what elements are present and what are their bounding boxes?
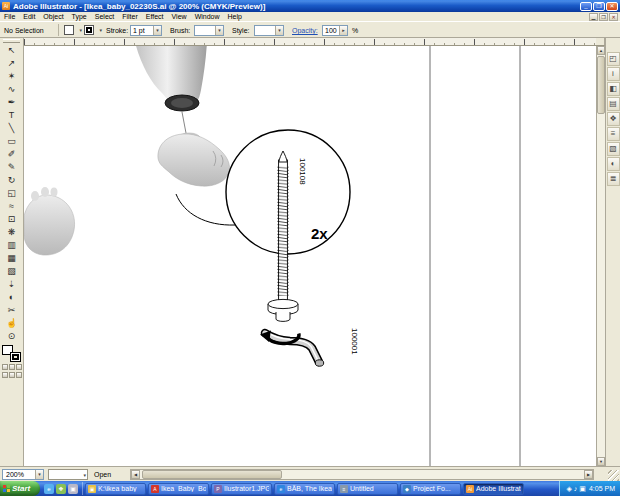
minimize-button[interactable]: _: [580, 2, 592, 11]
panel-swatches-icon[interactable]: ▤: [607, 97, 620, 111]
chevron-down-icon: ▾: [275, 26, 283, 35]
task-ikea-baby-folder[interactable]: ▣K:\ikea baby: [85, 483, 146, 495]
stroke-color-picker[interactable]: ▾: [84, 25, 102, 36]
panel-stroke-icon[interactable]: ≡: [607, 127, 620, 141]
standard-screen-button[interactable]: [2, 372, 8, 378]
vertical-scroll-thumb[interactable]: [597, 56, 605, 114]
pen-tool[interactable]: ✒: [2, 96, 22, 109]
title-bar[interactable]: Ai Adobe Illustrator - [Ikea_baby_02230S…: [0, 0, 620, 12]
menu-type[interactable]: Type: [68, 13, 91, 20]
column-graph-tool[interactable]: ▥: [2, 239, 22, 252]
panel-symbols-icon[interactable]: ❖: [607, 112, 620, 126]
clock[interactable]: 4:05 PM: [589, 485, 615, 492]
lasso-tool[interactable]: ∿: [2, 83, 22, 96]
symbol-sprayer-tool[interactable]: ❋: [2, 226, 22, 239]
close-button[interactable]: ✕: [606, 2, 618, 11]
vertical-scrollbar[interactable]: ▲ ▼: [596, 46, 605, 466]
rotate-tool[interactable]: ↻: [2, 174, 22, 187]
opacity-field[interactable]: 100▸: [322, 25, 348, 36]
panel-layers-icon[interactable]: ≣: [607, 172, 620, 186]
opacity-label[interactable]: Opacity:: [292, 27, 318, 34]
doc-minimize-button[interactable]: ▁: [589, 13, 598, 21]
zoom-value: 200%: [6, 471, 24, 478]
brush-field[interactable]: ▾: [194, 25, 224, 36]
toolbox-grip[interactable]: [3, 39, 20, 43]
task-project-fo[interactable]: ◆Project Fo...: [400, 483, 461, 495]
menu-select[interactable]: Select: [91, 13, 118, 20]
hand-tool[interactable]: ☝: [2, 317, 22, 330]
menu-window[interactable]: Window: [191, 13, 224, 20]
color-button[interactable]: [2, 364, 8, 370]
none-button[interactable]: [16, 364, 22, 370]
menu-edit[interactable]: Edit: [19, 13, 39, 20]
task-bab-the-ikea-baby[interactable]: eBÅB, The Ikea Baby |...: [274, 483, 335, 495]
resize-grip[interactable]: [608, 470, 619, 481]
doc-restore-button[interactable]: ❐: [599, 13, 608, 21]
menu-file[interactable]: File: [0, 13, 19, 20]
slice-tool[interactable]: ✂: [2, 304, 22, 317]
scroll-right-icon[interactable]: ▶: [584, 470, 593, 479]
gradient-button[interactable]: [9, 364, 15, 370]
tray-icon-1[interactable]: ◈: [566, 485, 571, 493]
status-popup[interactable]: ▾: [48, 469, 88, 480]
zoom-tool[interactable]: ⊙: [2, 330, 22, 343]
quick-launch-icon-2[interactable]: ❖: [56, 484, 66, 494]
fill-color-picker[interactable]: ▾: [64, 25, 82, 36]
canvas[interactable]: 100108 2x 100001: [24, 46, 596, 466]
gradient-tool[interactable]: ▧: [2, 265, 22, 278]
menu-help[interactable]: Help: [224, 13, 246, 20]
rectangle-tool[interactable]: ▭: [2, 135, 22, 148]
quick-launch-icon-3[interactable]: ▣: [68, 484, 78, 494]
stroke-width-field[interactable]: 1 pt▾: [130, 25, 162, 36]
line-segment-tool[interactable]: ╲: [2, 122, 22, 135]
panel-color-icon[interactable]: ◧: [607, 82, 620, 96]
type-tool[interactable]: T: [2, 109, 22, 122]
allen-key-highlight: [266, 332, 318, 360]
task-ikea-baby-book-pdf[interactable]: AIkea_Baby_Book.pdf...: [148, 483, 209, 495]
mesh-tool[interactable]: ▦: [2, 252, 22, 265]
task-adobe-illustrator[interactable]: AiAdobe Illustrator: [463, 483, 524, 495]
fill-stroke-indicator[interactable]: [2, 345, 21, 362]
magic-wand-tool[interactable]: ✶: [2, 70, 22, 83]
menu-view[interactable]: View: [168, 13, 191, 20]
fullscreen-menu-button[interactable]: [9, 372, 15, 378]
panel-info-icon[interactable]: i: [607, 67, 620, 81]
eyedropper-tool[interactable]: ⇣: [2, 278, 22, 291]
direct-selection-tool[interactable]: ↗: [2, 57, 22, 70]
menu-object[interactable]: Object: [39, 13, 67, 20]
pencil-tool[interactable]: ✎: [2, 161, 22, 174]
maximize-button[interactable]: ❐: [593, 2, 605, 11]
selection-status: No Selection: [4, 27, 44, 34]
panel-transparency-icon[interactable]: ◐: [607, 157, 620, 171]
zoom-control[interactable]: 200% ▾: [2, 469, 44, 480]
menu-filter[interactable]: Filter: [118, 13, 142, 20]
fullscreen-button[interactable]: [16, 372, 22, 378]
warp-tool[interactable]: ≈: [2, 200, 22, 213]
panel-gradient-icon[interactable]: ▧: [607, 142, 620, 156]
free-transform-tool[interactable]: ⊡: [2, 213, 22, 226]
menu-effect[interactable]: Effect: [142, 13, 168, 20]
horizontal-scrollbar[interactable]: ◀ ▶: [130, 469, 594, 480]
doc-close-button[interactable]: ✕: [609, 13, 618, 21]
scroll-down-icon[interactable]: ▼: [597, 457, 605, 466]
blend-tool[interactable]: ◐: [2, 291, 22, 304]
scroll-left-icon[interactable]: ◀: [131, 470, 140, 479]
tray-icon-3[interactable]: ▣: [579, 485, 586, 493]
paintbrush-tool[interactable]: ✐: [2, 148, 22, 161]
ruler-horizontal[interactable]: [24, 38, 596, 46]
scale-tool[interactable]: ◱: [2, 187, 22, 200]
stroke-width-value: 1 pt: [133, 27, 145, 34]
selection-tool[interactable]: ↖: [2, 44, 22, 57]
scroll-up-icon[interactable]: ▲: [597, 46, 605, 55]
opacity-value: 100: [325, 27, 337, 34]
horizontal-scroll-thumb[interactable]: [142, 470, 282, 479]
task-untitled[interactable]: ≡Untitled: [337, 483, 398, 495]
panel-navigator-icon[interactable]: ◰: [607, 52, 620, 66]
stroke-indicator[interactable]: [10, 352, 21, 362]
start-button[interactable]: Start: [0, 481, 40, 496]
quick-launch-icon-1[interactable]: e: [44, 484, 54, 494]
washer-top: [268, 299, 298, 308]
style-field[interactable]: ▾: [254, 25, 284, 36]
task-illustrator1-jpg-paint[interactable]: PIlustrator1.JPG - Paint: [211, 483, 272, 495]
tray-icon-2[interactable]: ♪: [574, 485, 578, 493]
